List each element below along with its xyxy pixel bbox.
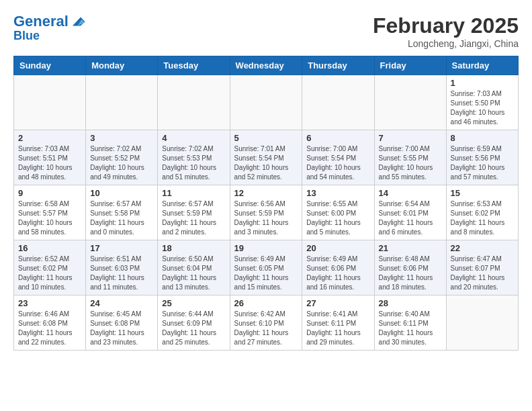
day-info: Sunrise: 6:49 AM Sunset: 6:06 PM Dayligh… (306, 255, 369, 292)
calendar-day-cell: 15Sunrise: 6:53 AM Sunset: 6:02 PM Dayli… (446, 185, 518, 240)
day-info: Sunrise: 7:00 AM Sunset: 5:55 PM Dayligh… (379, 144, 442, 182)
day-info: Sunrise: 7:03 AM Sunset: 5:50 PM Dayligh… (451, 89, 514, 127)
weekday-header-friday: Friday (374, 56, 446, 75)
day-info: Sunrise: 6:54 AM Sunset: 6:01 PM Dayligh… (379, 199, 442, 237)
page-header: General Blue February 2025 Longcheng, Ji… (13, 13, 519, 49)
day-number: 7 (379, 133, 442, 143)
day-number: 12 (234, 188, 298, 198)
logo-icon (70, 13, 86, 30)
calendar-day-cell: 27Sunrise: 6:41 AM Sunset: 6:11 PM Dayli… (302, 295, 374, 351)
day-info: Sunrise: 6:42 AM Sunset: 6:10 PM Dayligh… (234, 310, 298, 347)
day-number: 10 (90, 188, 153, 198)
day-number: 1 (451, 78, 514, 88)
day-number: 26 (234, 298, 298, 308)
calendar-day-cell: 13Sunrise: 6:55 AM Sunset: 6:00 PM Dayli… (302, 185, 374, 240)
day-info: Sunrise: 6:57 AM Sunset: 5:58 PM Dayligh… (90, 199, 153, 237)
calendar-day-cell (302, 75, 374, 130)
day-info: Sunrise: 6:47 AM Sunset: 6:07 PM Dayligh… (451, 255, 514, 292)
day-info: Sunrise: 7:02 AM Sunset: 5:52 PM Dayligh… (90, 144, 153, 182)
weekday-header-thursday: Thursday (302, 56, 374, 75)
day-info: Sunrise: 6:53 AM Sunset: 6:02 PM Dayligh… (451, 199, 514, 237)
day-number: 3 (90, 133, 153, 143)
calendar-day-cell: 21Sunrise: 6:48 AM Sunset: 6:06 PM Dayli… (374, 240, 446, 295)
day-number: 27 (306, 298, 369, 308)
day-number: 11 (162, 188, 225, 198)
day-info: Sunrise: 6:41 AM Sunset: 6:11 PM Dayligh… (306, 310, 369, 347)
day-info: Sunrise: 6:50 AM Sunset: 6:04 PM Dayligh… (162, 255, 225, 292)
day-number: 4 (162, 133, 225, 143)
weekday-header-tuesday: Tuesday (158, 56, 230, 75)
day-info: Sunrise: 7:03 AM Sunset: 5:51 PM Dayligh… (18, 144, 81, 182)
day-number: 28 (379, 298, 442, 308)
day-number: 9 (18, 188, 81, 198)
day-info: Sunrise: 6:44 AM Sunset: 6:09 PM Dayligh… (162, 310, 225, 347)
calendar-day-cell (446, 295, 518, 351)
day-number: 5 (234, 133, 298, 143)
calendar-day-cell: 14Sunrise: 6:54 AM Sunset: 6:01 PM Dayli… (374, 185, 446, 240)
day-info: Sunrise: 6:59 AM Sunset: 5:56 PM Dayligh… (451, 144, 514, 182)
day-number: 13 (306, 188, 369, 198)
calendar-day-cell: 12Sunrise: 6:56 AM Sunset: 5:59 PM Dayli… (230, 185, 302, 240)
calendar-day-cell: 18Sunrise: 6:50 AM Sunset: 6:04 PM Dayli… (158, 240, 230, 295)
calendar-week-row: 1Sunrise: 7:03 AM Sunset: 5:50 PM Daylig… (14, 75, 519, 130)
day-number: 6 (306, 133, 369, 143)
day-info: Sunrise: 6:49 AM Sunset: 6:05 PM Dayligh… (234, 255, 298, 292)
day-info: Sunrise: 6:56 AM Sunset: 5:59 PM Dayligh… (234, 199, 298, 237)
weekday-header-saturday: Saturday (446, 56, 518, 75)
day-info: Sunrise: 7:01 AM Sunset: 5:54 PM Dayligh… (234, 144, 298, 182)
calendar-day-cell (86, 75, 158, 130)
day-number: 25 (162, 298, 225, 308)
day-info: Sunrise: 6:55 AM Sunset: 6:00 PM Dayligh… (306, 199, 369, 237)
weekday-header-row: SundayMondayTuesdayWednesdayThursdayFrid… (14, 56, 519, 75)
day-info: Sunrise: 7:02 AM Sunset: 5:53 PM Dayligh… (162, 144, 225, 182)
day-number: 20 (306, 243, 369, 253)
logo: General Blue (13, 13, 86, 43)
calendar-day-cell: 16Sunrise: 6:52 AM Sunset: 6:02 PM Dayli… (14, 240, 86, 295)
calendar-table: SundayMondayTuesdayWednesdayThursdayFrid… (13, 56, 519, 351)
day-info: Sunrise: 6:40 AM Sunset: 6:11 PM Dayligh… (379, 310, 442, 347)
day-number: 8 (451, 133, 514, 143)
calendar-day-cell: 17Sunrise: 6:51 AM Sunset: 6:03 PM Dayli… (86, 240, 158, 295)
calendar-day-cell: 6Sunrise: 7:00 AM Sunset: 5:54 PM Daylig… (302, 130, 374, 185)
calendar-day-cell: 19Sunrise: 6:49 AM Sunset: 6:05 PM Dayli… (230, 240, 302, 295)
day-number: 15 (451, 188, 514, 198)
day-number: 14 (379, 188, 442, 198)
month-title: February 2025 (373, 13, 519, 38)
calendar-day-cell: 23Sunrise: 6:46 AM Sunset: 6:08 PM Dayli… (14, 295, 86, 351)
day-info: Sunrise: 6:48 AM Sunset: 6:06 PM Dayligh… (379, 255, 442, 292)
day-number: 24 (90, 298, 153, 308)
day-number: 2 (18, 133, 81, 143)
calendar-week-row: 2Sunrise: 7:03 AM Sunset: 5:51 PM Daylig… (14, 130, 519, 185)
calendar-day-cell: 26Sunrise: 6:42 AM Sunset: 6:10 PM Dayli… (230, 295, 302, 351)
calendar-day-cell (230, 75, 302, 130)
calendar-day-cell: 25Sunrise: 6:44 AM Sunset: 6:09 PM Dayli… (158, 295, 230, 351)
day-info: Sunrise: 6:45 AM Sunset: 6:08 PM Dayligh… (90, 310, 153, 347)
day-number: 23 (18, 298, 81, 308)
weekday-header-sunday: Sunday (14, 56, 86, 75)
day-number: 19 (234, 243, 298, 253)
day-number: 17 (90, 243, 153, 253)
calendar-day-cell: 2Sunrise: 7:03 AM Sunset: 5:51 PM Daylig… (14, 130, 86, 185)
calendar-day-cell: 1Sunrise: 7:03 AM Sunset: 5:50 PM Daylig… (446, 75, 518, 130)
calendar-day-cell: 22Sunrise: 6:47 AM Sunset: 6:07 PM Dayli… (446, 240, 518, 295)
calendar-day-cell: 5Sunrise: 7:01 AM Sunset: 5:54 PM Daylig… (230, 130, 302, 185)
weekday-header-wednesday: Wednesday (230, 56, 302, 75)
calendar-week-row: 9Sunrise: 6:58 AM Sunset: 5:57 PM Daylig… (14, 185, 519, 240)
day-info: Sunrise: 7:00 AM Sunset: 5:54 PM Dayligh… (306, 144, 369, 182)
calendar-day-cell: 28Sunrise: 6:40 AM Sunset: 6:11 PM Dayli… (374, 295, 446, 351)
calendar-day-cell (14, 75, 86, 130)
calendar-day-cell: 11Sunrise: 6:57 AM Sunset: 5:59 PM Dayli… (158, 185, 230, 240)
day-number: 21 (379, 243, 442, 253)
location: Longcheng, Jiangxi, China (373, 38, 519, 49)
day-number: 22 (451, 243, 514, 253)
calendar-day-cell: 9Sunrise: 6:58 AM Sunset: 5:57 PM Daylig… (14, 185, 86, 240)
day-info: Sunrise: 6:51 AM Sunset: 6:03 PM Dayligh… (90, 255, 153, 292)
day-info: Sunrise: 6:57 AM Sunset: 5:59 PM Dayligh… (162, 199, 225, 237)
calendar-day-cell: 3Sunrise: 7:02 AM Sunset: 5:52 PM Daylig… (86, 130, 158, 185)
calendar-day-cell (374, 75, 446, 130)
day-number: 18 (162, 243, 225, 253)
day-number: 16 (18, 243, 81, 253)
calendar-day-cell: 7Sunrise: 7:00 AM Sunset: 5:55 PM Daylig… (374, 130, 446, 185)
calendar-day-cell: 20Sunrise: 6:49 AM Sunset: 6:06 PM Dayli… (302, 240, 374, 295)
calendar-day-cell: 4Sunrise: 7:02 AM Sunset: 5:53 PM Daylig… (158, 130, 230, 185)
